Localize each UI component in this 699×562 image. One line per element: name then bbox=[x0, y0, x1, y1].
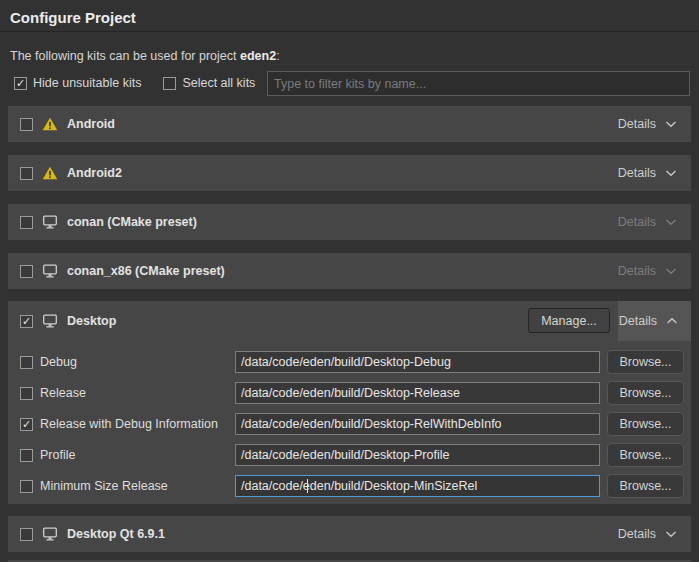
config-checkbox[interactable]: ✓ bbox=[20, 418, 33, 431]
intro-text: The following kits can be used for proje… bbox=[10, 49, 280, 63]
details-button: Details bbox=[618, 253, 677, 289]
kit-row-conan-x86[interactable]: conan_x86 (CMake preset) Details bbox=[8, 253, 691, 289]
kit-name: Desktop bbox=[67, 314, 116, 328]
desktop-icon bbox=[41, 314, 58, 328]
checkbox-icon[interactable]: ✓ bbox=[14, 77, 27, 90]
kit-filter-input[interactable] bbox=[267, 71, 690, 96]
desktop-icon bbox=[41, 215, 58, 229]
build-config-row-minsizerel: Minimum Size Release Browse... bbox=[8, 475, 691, 497]
kit-checkbox[interactable]: ✓ bbox=[20, 315, 33, 328]
details-button[interactable]: Details bbox=[618, 106, 677, 142]
details-button[interactable]: Details bbox=[619, 301, 678, 341]
kit-checkbox[interactable] bbox=[20, 528, 33, 541]
title-separator bbox=[0, 31, 699, 32]
kit-filter-controls: ✓ Hide unsuitable kits Select all kits bbox=[14, 76, 277, 90]
kit-section-desktop: ✓ Desktop Manage... Details Debug Browse… bbox=[8, 301, 691, 504]
select-all-kits-checkbox[interactable]: Select all kits bbox=[163, 76, 255, 90]
config-checkbox[interactable] bbox=[20, 449, 33, 462]
manage-button[interactable]: Manage... bbox=[528, 308, 610, 333]
config-label: Minimum Size Release bbox=[40, 479, 168, 493]
build-config-row-release: Release Browse... bbox=[8, 382, 691, 404]
kit-checkbox[interactable] bbox=[20, 118, 33, 131]
build-dir-input[interactable] bbox=[235, 351, 600, 373]
build-dir-input[interactable] bbox=[235, 444, 600, 466]
kit-row-android[interactable]: Android Details bbox=[8, 106, 691, 142]
kit-checkbox[interactable] bbox=[20, 216, 33, 229]
chevron-down-icon bbox=[665, 530, 677, 538]
warning-icon bbox=[41, 166, 58, 180]
browse-button[interactable]: Browse... bbox=[607, 381, 684, 405]
config-checkbox[interactable] bbox=[20, 387, 33, 400]
kit-row-desktop[interactable]: ✓ Desktop Manage... Details bbox=[8, 301, 691, 341]
chevron-down-icon bbox=[665, 218, 677, 226]
kit-checkbox[interactable] bbox=[20, 265, 33, 278]
project-name: eden2 bbox=[240, 49, 276, 63]
details-button-highlight: Details bbox=[618, 301, 691, 341]
browse-button[interactable]: Browse... bbox=[607, 443, 684, 467]
chevron-down-icon bbox=[665, 267, 677, 275]
build-config-row-debug: Debug Browse... bbox=[8, 351, 691, 373]
desktop-icon bbox=[41, 264, 58, 278]
warning-icon bbox=[41, 117, 58, 131]
hide-unsuitable-kits-label: Hide unsuitable kits bbox=[33, 76, 141, 90]
build-config-row-profile: Profile Browse... bbox=[8, 444, 691, 466]
config-label: Debug bbox=[40, 355, 77, 369]
build-dir-input[interactable] bbox=[235, 413, 600, 435]
kit-row-desktop-qt-691[interactable]: Desktop Qt 6.9.1 Details bbox=[8, 516, 691, 552]
details-button: Details bbox=[618, 204, 677, 240]
browse-button[interactable]: Browse... bbox=[607, 350, 684, 374]
kit-checkbox[interactable] bbox=[20, 167, 33, 180]
checkbox-icon[interactable] bbox=[163, 77, 176, 90]
build-config-row-relwithdebinfo: ✓ Release with Debug Information Browse.… bbox=[8, 413, 691, 435]
text-cursor bbox=[307, 479, 308, 493]
details-button[interactable]: Details bbox=[618, 516, 677, 552]
config-label: Profile bbox=[40, 448, 75, 462]
config-checkbox[interactable] bbox=[20, 480, 33, 493]
chevron-up-icon bbox=[666, 317, 678, 325]
browse-button[interactable]: Browse... bbox=[607, 412, 684, 436]
build-dir-input[interactable] bbox=[235, 382, 600, 404]
hide-unsuitable-kits-checkbox[interactable]: ✓ Hide unsuitable kits bbox=[14, 76, 141, 90]
kit-name: Android bbox=[67, 117, 115, 131]
build-dir-input[interactable] bbox=[235, 475, 600, 497]
page-title: Configure Project bbox=[10, 9, 136, 26]
config-label: Release bbox=[40, 386, 86, 400]
kit-row-conan[interactable]: conan (CMake preset) Details bbox=[8, 204, 691, 240]
configure-project-page: Configure Project The following kits can… bbox=[0, 0, 699, 562]
config-label: Release with Debug Information bbox=[40, 417, 218, 431]
config-checkbox[interactable] bbox=[20, 356, 33, 369]
kit-name: conan_x86 (CMake preset) bbox=[67, 264, 225, 278]
kit-name: conan (CMake preset) bbox=[67, 215, 197, 229]
browse-button[interactable]: Browse... bbox=[607, 474, 684, 498]
select-all-kits-label: Select all kits bbox=[182, 76, 255, 90]
kit-name: Desktop Qt 6.9.1 bbox=[67, 527, 165, 541]
kit-name: Android2 bbox=[67, 166, 122, 180]
details-button[interactable]: Details bbox=[618, 155, 677, 191]
kit-row-android2[interactable]: Android2 Details bbox=[8, 155, 691, 191]
chevron-down-icon bbox=[665, 169, 677, 177]
desktop-icon bbox=[41, 527, 58, 541]
chevron-down-icon bbox=[665, 120, 677, 128]
